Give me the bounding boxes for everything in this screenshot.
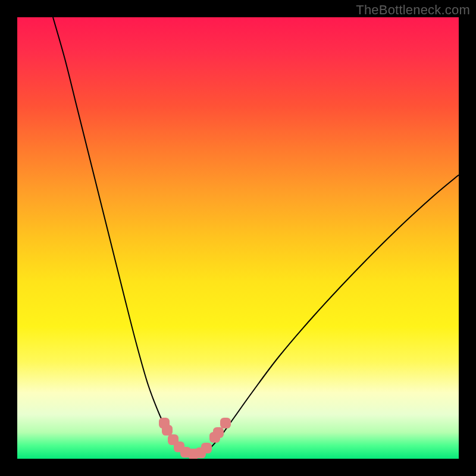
- marker-dot: [213, 427, 224, 438]
- curve-right-branch: [206, 175, 459, 452]
- chart-svg: [17, 17, 459, 459]
- watermark-text: TheBottleneck.com: [356, 2, 470, 18]
- chart-frame: [17, 17, 459, 459]
- marker-dot: [220, 418, 231, 428]
- marker-dot: [162, 425, 173, 436]
- curve-left-branch: [53, 17, 184, 452]
- marker-dot: [201, 443, 212, 453]
- markers-group: [159, 418, 231, 459]
